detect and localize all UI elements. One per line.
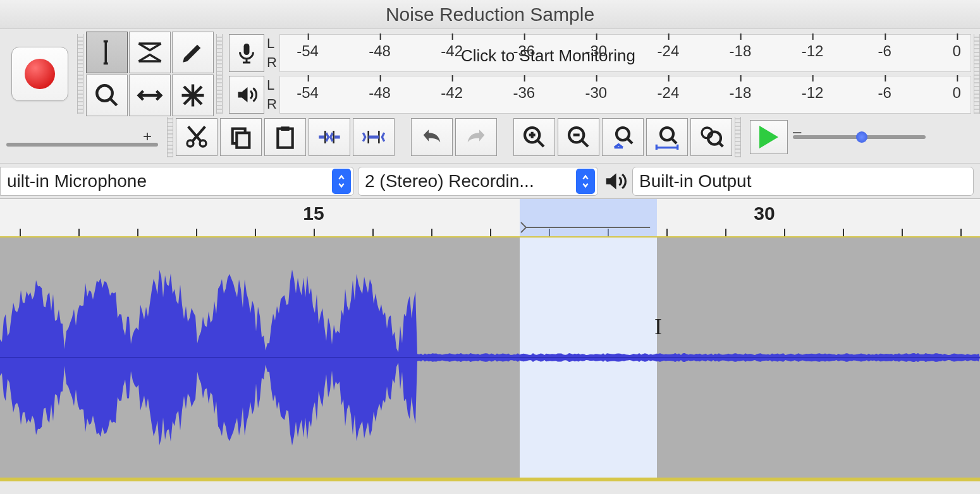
zoom-toggle-icon bbox=[699, 124, 724, 150]
silence-icon bbox=[361, 124, 386, 150]
gain-slider[interactable] bbox=[6, 143, 158, 147]
meter-tick-label: -54 bbox=[297, 84, 319, 101]
meter-tick-label: -48 bbox=[369, 42, 391, 59]
draw-tool-button[interactable] bbox=[172, 32, 214, 73]
device-toolbar: uilt-in Microphone 2 (Stereo) Recordin..… bbox=[0, 163, 980, 198]
waveform-track[interactable]: I bbox=[0, 238, 980, 478]
svg-point-0 bbox=[97, 85, 113, 101]
zoom-in-button[interactable] bbox=[513, 118, 555, 156]
svg-rect-6 bbox=[278, 129, 292, 148]
channels-value: 2 (Stereo) Recordin... bbox=[365, 171, 534, 191]
trim-button[interactable] bbox=[309, 118, 350, 156]
meter-tick-label: -18 bbox=[730, 84, 752, 101]
playback-meter-icon-button[interactable] bbox=[229, 76, 264, 114]
meter-tick-label: -12 bbox=[802, 84, 824, 101]
zoom-out-button[interactable] bbox=[558, 118, 599, 156]
undo-button[interactable] bbox=[411, 118, 453, 156]
chevron-updown-icon bbox=[332, 169, 351, 194]
meter-tick-label: -6 bbox=[878, 84, 891, 101]
silence-button[interactable] bbox=[353, 118, 395, 156]
ibeam-cursor-icon: I bbox=[654, 313, 662, 340]
timeline-label: 30 bbox=[754, 203, 775, 224]
cut-icon bbox=[184, 124, 209, 150]
window-title: Noise Reduction Sample bbox=[0, 0, 980, 29]
zoom-tool-icon bbox=[94, 82, 120, 109]
timeline-label: 15 bbox=[303, 203, 324, 224]
envelope-tool-button[interactable] bbox=[129, 32, 171, 73]
multi-tool-button[interactable] bbox=[172, 75, 214, 116]
multi-tool-icon bbox=[180, 82, 206, 109]
meter-tick-label: -42 bbox=[441, 42, 463, 59]
channels-combo[interactable]: 2 (Stereo) Recordin... bbox=[358, 167, 598, 196]
grip[interactable] bbox=[77, 34, 83, 114]
fit-project-button[interactable] bbox=[646, 118, 688, 156]
meter-tick-label: -6 bbox=[878, 42, 891, 59]
output-device-combo[interactable]: Built-in Output bbox=[632, 167, 974, 196]
recording-meter-icon-button[interactable] bbox=[229, 34, 264, 72]
meter-tick-label: -36 bbox=[513, 42, 535, 59]
redo-button[interactable] bbox=[455, 118, 497, 156]
redo-icon bbox=[463, 124, 489, 150]
grip[interactable] bbox=[735, 117, 741, 157]
rec-channel-labels: LR bbox=[267, 34, 277, 72]
grip[interactable] bbox=[216, 34, 223, 114]
slider-thumb[interactable] bbox=[856, 131, 867, 143]
meter-tick-label: -36 bbox=[513, 84, 535, 101]
meter-tick-label: -48 bbox=[369, 84, 391, 101]
meter-tick-label: -42 bbox=[441, 84, 463, 101]
output-device-value: Built-in Output bbox=[639, 171, 751, 191]
monitor-prompt[interactable]: Click to Start Monitoring bbox=[457, 46, 639, 66]
play-icon bbox=[759, 126, 778, 148]
track-border bbox=[0, 478, 980, 481]
meter-tick-label: 0 bbox=[952, 42, 960, 59]
timeshift-tool-button[interactable] bbox=[129, 75, 171, 116]
meter-tick-label: -54 bbox=[297, 42, 319, 59]
meter-tick-label: -24 bbox=[658, 84, 680, 101]
play-at-speed-button[interactable] bbox=[750, 120, 788, 154]
paste-icon bbox=[273, 124, 298, 150]
zoom-out-icon bbox=[566, 124, 591, 150]
chevron-updown-icon bbox=[576, 169, 595, 194]
undo-icon bbox=[419, 124, 444, 150]
input-device-value: uilt-in Microphone bbox=[7, 171, 147, 191]
recording-meter[interactable]: Click to Start Monitoring -54-48-42-36-3… bbox=[279, 34, 971, 72]
zoom-tool-button[interactable] bbox=[86, 75, 128, 116]
copy-button[interactable] bbox=[220, 118, 262, 156]
meter-tick-label: -30 bbox=[585, 42, 607, 59]
meter-tick-label: 0 bbox=[952, 84, 960, 101]
input-device-combo[interactable]: uilt-in Microphone bbox=[0, 167, 354, 196]
selection-tool-icon bbox=[94, 39, 120, 66]
meter-tick-label: -24 bbox=[658, 42, 680, 59]
fit-project-icon bbox=[654, 124, 680, 150]
waveform bbox=[0, 238, 980, 478]
meter-tick-label: -18 bbox=[730, 42, 752, 59]
meter-tick-label: -12 bbox=[802, 42, 824, 59]
toolbar: LR Click to Start Monitoring -54-48-42-3… bbox=[0, 29, 980, 163]
play-channel-labels: LR bbox=[267, 76, 277, 114]
fit-selection-icon bbox=[610, 124, 635, 150]
zoom-in-icon bbox=[522, 124, 547, 150]
record-icon bbox=[25, 59, 55, 89]
paste-button[interactable] bbox=[264, 118, 306, 156]
record-button[interactable] bbox=[11, 47, 68, 101]
trim-icon bbox=[317, 124, 342, 150]
draw-tool-icon bbox=[180, 39, 206, 66]
timeline-ruler[interactable]: 1530 bbox=[0, 198, 980, 238]
gain-slider-area: + bbox=[6, 128, 158, 147]
svg-rect-1 bbox=[244, 44, 250, 55]
selection-tool-button[interactable] bbox=[86, 32, 128, 73]
playback-meter[interactable]: -54-48-42-36-30-24-18-12-60 bbox=[279, 76, 971, 114]
copy-icon bbox=[228, 124, 254, 150]
cut-button[interactable] bbox=[176, 118, 217, 156]
zoom-toggle-button[interactable] bbox=[690, 118, 732, 156]
timeshift-tool-icon bbox=[137, 82, 163, 109]
grip[interactable] bbox=[167, 117, 173, 157]
svg-rect-5 bbox=[236, 133, 249, 147]
fit-selection-button[interactable] bbox=[602, 118, 644, 156]
playback-speed-slider[interactable]: – bbox=[793, 135, 926, 139]
speaker-icon bbox=[235, 83, 258, 106]
grip[interactable] bbox=[974, 34, 980, 114]
microphone-icon bbox=[235, 42, 258, 64]
svg-rect-7 bbox=[281, 126, 289, 131]
envelope-tool-icon bbox=[137, 39, 163, 66]
